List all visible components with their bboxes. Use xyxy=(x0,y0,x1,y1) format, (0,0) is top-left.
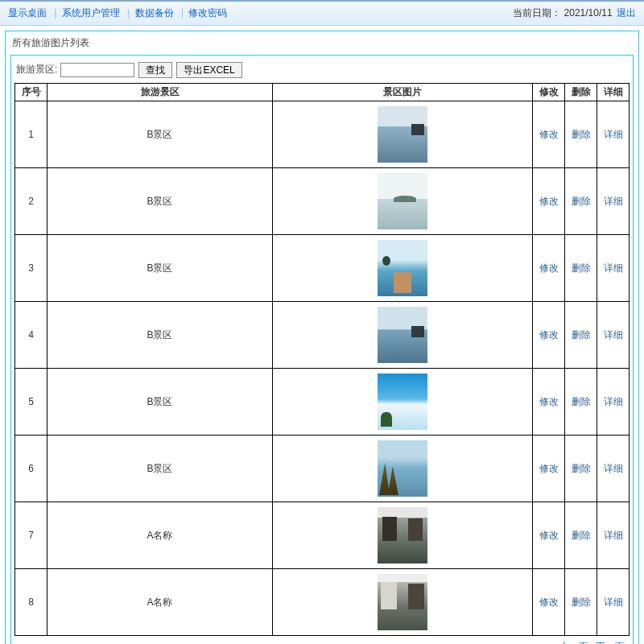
panel: 所有旅游图片列表 旅游景区: 查找 导出EXCEL 序号 旅游景区 景区图片 修… xyxy=(5,31,639,644)
edit-link[interactable]: 修改 xyxy=(539,129,559,140)
cell-seq: 7 xyxy=(15,502,47,569)
date-label: 当前日期： xyxy=(513,7,561,19)
detail-link[interactable]: 详细 xyxy=(604,196,623,207)
edit-link[interactable]: 修改 xyxy=(539,597,559,608)
cell-seq: 4 xyxy=(15,302,47,369)
scenic-thumbnail xyxy=(378,307,427,363)
th-image: 景区图片 xyxy=(273,84,533,101)
nav-data-backup[interactable]: 数据备份 xyxy=(135,7,174,19)
scenic-thumbnail xyxy=(378,240,427,296)
cell-seq: 8 xyxy=(15,569,47,636)
cell-image xyxy=(273,569,533,636)
nav-change-password[interactable]: 修改密码 xyxy=(188,7,227,19)
table-row: 7A名称修改删除详细 xyxy=(15,502,630,569)
delete-link[interactable]: 删除 xyxy=(572,329,591,341)
edit-link[interactable]: 修改 xyxy=(539,530,559,541)
delete-link[interactable]: 删除 xyxy=(572,463,591,474)
topbar-right: 当前日期： 2021/10/11 退出 xyxy=(513,6,636,20)
cell-seq: 5 xyxy=(15,369,47,436)
th-edit: 修改 xyxy=(533,84,565,101)
nav-sep: | xyxy=(127,7,130,19)
detail-link[interactable]: 详细 xyxy=(604,329,623,341)
nav-user-mgmt[interactable]: 系统用户管理 xyxy=(62,7,120,19)
cell-scenic: B景区 xyxy=(47,302,273,369)
delete-link[interactable]: 删除 xyxy=(572,129,591,140)
scenic-thumbnail xyxy=(378,574,427,630)
delete-link[interactable]: 删除 xyxy=(572,530,591,541)
search-input[interactable] xyxy=(60,63,134,77)
table-row: 8A名称修改删除详细 xyxy=(15,569,630,636)
edit-link[interactable]: 修改 xyxy=(539,196,559,207)
cell-scenic: B景区 xyxy=(47,436,273,502)
th-delete: 删除 xyxy=(565,84,597,101)
cell-image xyxy=(273,101,533,168)
table-row: 5B景区修改删除详细 xyxy=(15,369,630,436)
scenic-thumbnail xyxy=(378,440,427,497)
cell-image xyxy=(273,502,533,569)
cell-scenic: A名称 xyxy=(47,569,273,636)
cell-seq: 2 xyxy=(15,168,47,235)
detail-link[interactable]: 详细 xyxy=(604,396,623,407)
search-label: 旅游景区: xyxy=(16,64,57,75)
table-row: 1B景区修改删除详细 xyxy=(15,101,630,168)
detail-link[interactable]: 详细 xyxy=(604,463,623,474)
topbar-links: 显示桌面 | 系统用户管理 | 数据备份 | 修改密码 xyxy=(8,6,229,20)
cell-scenic: B景区 xyxy=(47,168,273,235)
nav-sep: | xyxy=(181,7,184,19)
cell-scenic: B景区 xyxy=(47,101,273,168)
delete-link[interactable]: 删除 xyxy=(572,196,591,207)
edit-link[interactable]: 修改 xyxy=(539,262,559,274)
cell-image xyxy=(273,436,533,502)
nav-show-desktop[interactable]: 显示桌面 xyxy=(8,7,47,19)
table-row: 3B景区修改删除详细 xyxy=(15,235,630,302)
cell-seq: 1 xyxy=(15,101,47,168)
delete-link[interactable]: 删除 xyxy=(572,597,591,608)
scenic-thumbnail xyxy=(378,106,427,163)
th-detail: 详细 xyxy=(597,84,630,101)
table-row: 4B景区修改删除详细 xyxy=(15,302,630,369)
scenic-thumbnail xyxy=(378,507,427,564)
th-scenic: 旅游景区 xyxy=(47,84,273,101)
cell-scenic: A名称 xyxy=(47,502,273,569)
edit-link[interactable]: 修改 xyxy=(539,463,559,474)
panel-title: 所有旅游图片列表 xyxy=(6,31,638,55)
cell-seq: 3 xyxy=(15,235,47,302)
cell-scenic: B景区 xyxy=(47,235,273,302)
export-excel-button[interactable]: 导出EXCEL xyxy=(176,62,242,78)
delete-link[interactable]: 删除 xyxy=(572,396,591,407)
table-row: 2B景区修改删除详细 xyxy=(15,168,630,235)
delete-link[interactable]: 删除 xyxy=(572,262,591,274)
cell-image xyxy=(273,369,533,436)
table-header-row: 序号 旅游景区 景区图片 修改 删除 详细 xyxy=(15,84,630,101)
cell-image xyxy=(273,235,533,302)
detail-link[interactable]: 详细 xyxy=(604,597,623,608)
cell-scenic: B景区 xyxy=(47,369,273,436)
edit-link[interactable]: 修改 xyxy=(539,329,559,341)
pager: 上一页 下一页 xyxy=(14,636,630,644)
cell-image xyxy=(273,168,533,235)
next-page-link[interactable]: 下一页 xyxy=(596,641,625,644)
date-value: 2021/10/11 xyxy=(564,7,613,19)
nav-sep: | xyxy=(54,7,56,19)
data-table: 序号 旅游景区 景区图片 修改 删除 详细 1B景区修改删除详细2B景区修改删除… xyxy=(14,83,630,636)
detail-link[interactable]: 详细 xyxy=(604,129,623,140)
logout-link[interactable]: 退出 xyxy=(617,7,636,19)
cell-image xyxy=(273,302,533,369)
prev-page-link[interactable]: 上一页 xyxy=(559,641,588,644)
scenic-thumbnail xyxy=(378,173,427,229)
detail-link[interactable]: 详细 xyxy=(604,530,623,541)
scenic-thumbnail xyxy=(378,374,427,430)
topbar: 显示桌面 | 系统用户管理 | 数据备份 | 修改密码 当前日期： 2021/1… xyxy=(0,0,644,26)
search-row: 旅游景区: 查找 导出EXCEL xyxy=(14,59,630,83)
cell-seq: 6 xyxy=(15,436,47,502)
panel-body: 旅游景区: 查找 导出EXCEL 序号 旅游景区 景区图片 修改 删除 详细 1… xyxy=(10,55,634,644)
edit-link[interactable]: 修改 xyxy=(539,396,559,407)
detail-link[interactable]: 详细 xyxy=(604,262,623,274)
table-row: 6B景区修改删除详细 xyxy=(15,436,630,502)
find-button[interactable]: 查找 xyxy=(138,62,172,78)
th-seq: 序号 xyxy=(15,84,47,101)
